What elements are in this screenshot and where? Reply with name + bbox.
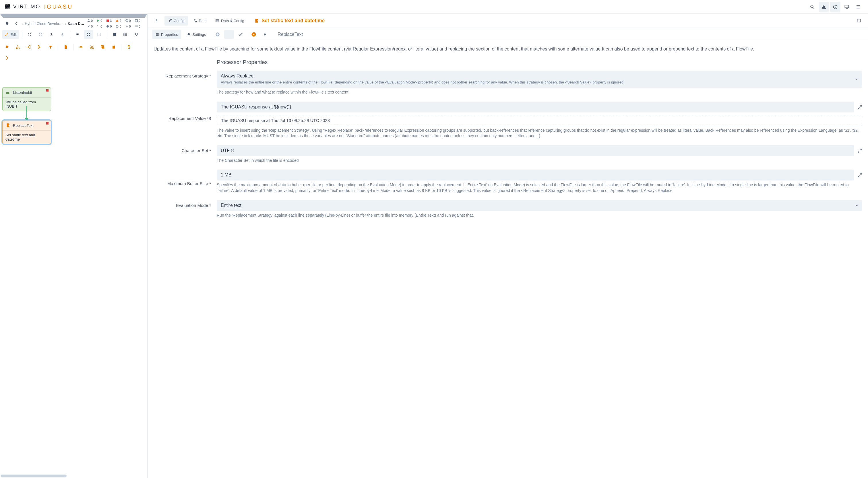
node-replace-text[interactable]: ReplaceText Set static text and datetime: [2, 120, 51, 144]
svg-rect-56: [102, 46, 104, 49]
upload-button[interactable]: [47, 30, 56, 39]
property-label: Evaluation Mode *: [154, 200, 211, 208]
redo-button[interactable]: [36, 30, 45, 39]
svg-rect-47: [16, 48, 17, 49]
horizontal-scrollbar[interactable]: [1, 475, 67, 477]
svg-text:i: i: [117, 26, 117, 28]
property-row-eval-mode: Evaluation Mode * Entire text Run the 'R…: [154, 200, 862, 218]
svg-rect-25: [77, 33, 78, 34]
info-icon[interactable]: [830, 2, 840, 12]
svg-rect-34: [98, 33, 101, 36]
breadcrumb-item-active[interactable]: Kaan Docs: [68, 22, 86, 26]
grid-large-button[interactable]: [84, 30, 93, 39]
character-set-input[interactable]: UTF-8: [217, 145, 854, 156]
svg-point-61: [194, 19, 195, 20]
svg-rect-30: [87, 33, 88, 34]
svg-rect-59: [113, 45, 114, 46]
svg-point-4: [835, 5, 836, 6]
replacement-value-input[interactable]: The IGUASU response at ${now()}: [217, 102, 854, 113]
svg-rect-60: [155, 22, 158, 22]
breadcrumb-item-1[interactable]: Hybrid Cloud Developm...: [25, 22, 64, 26]
node-type: ListenInubit: [13, 90, 32, 95]
play-button[interactable]: [249, 30, 259, 39]
flow-canvas[interactable]: ListenInubit Will be called from INUBIT …: [0, 64, 148, 478]
upload-disabled-button: [152, 16, 161, 25]
svg-rect-11: [106, 20, 109, 22]
right-toolbar-2: Properties Settings ReplaceText: [148, 28, 868, 41]
count-box: 0: [138, 19, 141, 22]
document-arrow-icon: [254, 18, 259, 23]
property-label: Replacement Strategy *: [154, 71, 211, 78]
count-sync: 0: [100, 25, 102, 28]
edit-button[interactable]: Edit: [2, 30, 19, 39]
svg-rect-33: [89, 35, 90, 36]
svg-point-0: [811, 5, 813, 8]
svg-rect-66: [857, 19, 861, 22]
check-button[interactable]: [236, 30, 245, 39]
download-button[interactable]: [58, 30, 67, 39]
hierarchy-button[interactable]: [13, 42, 22, 52]
copy-button[interactable]: [98, 42, 107, 52]
expand-icon[interactable]: [857, 148, 862, 153]
connection-line[interactable]: [26, 106, 27, 119]
square-button[interactable]: [95, 30, 104, 39]
asterisk-button[interactable]: [224, 30, 234, 39]
branch-button[interactable]: [132, 30, 141, 39]
document-button[interactable]: [61, 42, 70, 52]
expand-icon[interactable]: [857, 172, 862, 178]
property-hint: Specifies the maximum amount of data to …: [217, 182, 862, 193]
count-disabled: 0: [129, 19, 131, 22]
property-hint: The Character Set in which the file is e…: [217, 158, 862, 163]
back-button[interactable]: [12, 20, 21, 28]
warning-icon[interactable]: [818, 2, 829, 12]
cut-button[interactable]: [87, 42, 96, 52]
svg-point-52: [81, 47, 82, 47]
svg-point-35: [113, 33, 116, 36]
svg-rect-29: [79, 34, 80, 35]
grid-small-button[interactable]: [73, 30, 82, 39]
svg-line-13: [126, 20, 128, 22]
tab-properties[interactable]: Properties: [152, 30, 181, 39]
property-label: Replacement Value *$: [154, 102, 211, 121]
robot-button[interactable]: [76, 42, 86, 52]
palette-button[interactable]: [110, 30, 119, 39]
left-toolbar-2: [0, 41, 148, 64]
export-button[interactable]: [35, 42, 44, 52]
list-button[interactable]: [121, 30, 130, 39]
replacement-strategy-select[interactable]: Always Replace Always replaces the entir…: [217, 71, 862, 88]
count-warning: 2: [119, 19, 121, 22]
svg-rect-28: [77, 34, 78, 35]
collapse-right-button[interactable]: [2, 53, 11, 63]
svg-point-51: [80, 47, 81, 47]
display-icon[interactable]: [842, 2, 852, 12]
paste-button[interactable]: [109, 42, 118, 52]
step-down-button[interactable]: [260, 30, 270, 39]
count-valid: 0: [91, 25, 93, 28]
property-row-replacement-strategy: Replacement Strategy * Always Replace Al…: [154, 71, 862, 95]
tab-data-config[interactable]: Data & Config: [212, 16, 248, 26]
tab-data[interactable]: Data: [190, 16, 210, 26]
eval-mode-select[interactable]: Entire text: [217, 200, 862, 211]
filter-button[interactable]: [46, 42, 55, 52]
tab-config[interactable]: Config: [164, 16, 188, 26]
undo-button[interactable]: [25, 30, 34, 39]
expand-icon[interactable]: [857, 104, 862, 109]
add-button[interactable]: [213, 30, 222, 39]
count-list: 0: [138, 25, 141, 28]
maximize-button[interactable]: [854, 15, 864, 26]
menu-icon[interactable]: [853, 2, 863, 12]
max-buffer-input[interactable]: 1 MB: [217, 169, 854, 181]
top-slant-decoration: [0, 14, 148, 18]
count-stopped: 3: [110, 19, 112, 22]
gear-button[interactable]: [2, 42, 11, 52]
import-button[interactable]: [24, 42, 33, 52]
home-button[interactable]: [3, 20, 11, 28]
count-other: 0: [129, 25, 131, 28]
delete-button[interactable]: [124, 42, 133, 52]
property-row-character-set: Character Set * UTF-8 The Character Set …: [154, 145, 862, 163]
tab-settings[interactable]: Settings: [183, 30, 209, 39]
svg-rect-48: [18, 48, 19, 49]
property-row-replacement-value: Replacement Value *$ The IGUASU response…: [154, 102, 862, 139]
search-icon[interactable]: [807, 2, 817, 12]
section-title: Processor Properties: [217, 59, 862, 65]
